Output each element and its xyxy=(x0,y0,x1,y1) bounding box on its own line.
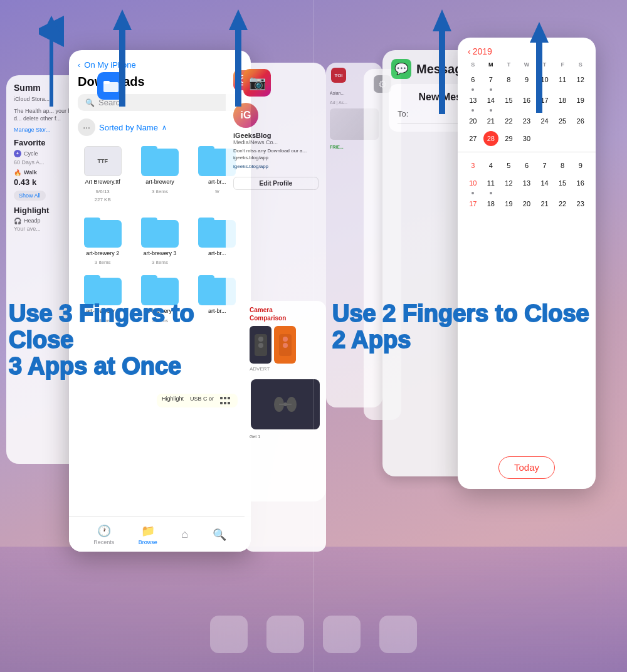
files-nav: ‹ On My iPhone xyxy=(69,50,251,75)
cal-day-18[interactable]: 18 xyxy=(554,92,572,112)
messages-app-icon: 💬 xyxy=(391,59,411,79)
svg-point-7 xyxy=(283,402,287,406)
cal-day-15[interactable]: 15 xyxy=(500,92,518,112)
cal-day-n4[interactable]: 4 xyxy=(482,157,500,174)
grid-icon xyxy=(220,396,233,406)
files-grid-middle: art-brewery 2 3 items art-brewery 3 3 it… xyxy=(69,213,251,271)
file-meta-brew: 9/ xyxy=(215,189,219,194)
cal-day-n18[interactable]: 18 xyxy=(482,196,500,212)
ig-handle: Media/News Co... xyxy=(233,139,319,145)
svg-rect-16 xyxy=(439,26,445,114)
more-options-button[interactable]: ··· xyxy=(78,118,95,136)
cal-day-n3[interactable]: 3 xyxy=(464,157,482,174)
cal-day-13[interactable]: 13 xyxy=(464,92,482,112)
headphones-icon: 🎧 xyxy=(14,218,21,224)
cal-day-n10[interactable]: 10 xyxy=(464,175,482,194)
cal-day-19[interactable]: 19 xyxy=(571,92,589,112)
cal-empty-c xyxy=(571,130,589,147)
tab-browse-label: Browse xyxy=(139,539,157,545)
cal-day-7[interactable]: 7 xyxy=(482,71,500,91)
cal-day-6[interactable]: 6 xyxy=(464,71,482,91)
instruction-left: Use 3 Fingers to Close 3 Apps at Once xyxy=(9,301,260,379)
ig-link[interactable]: igeeks.blog/app xyxy=(233,164,319,169)
file-item-art-brewery-2[interactable]: art-brewery 2 3 items xyxy=(78,218,127,266)
cal-day-21[interactable]: 21 xyxy=(482,113,500,129)
cal-day-n12[interactable]: 12 xyxy=(500,175,518,194)
cal-day-n17[interactable]: 17 xyxy=(464,196,482,212)
file-size-ttf: 227 KB xyxy=(95,197,111,202)
cal-day-22[interactable]: 22 xyxy=(500,113,518,129)
cal-day-n19[interactable]: 19 xyxy=(500,196,518,212)
file-item-art-brewery-3[interactable]: art-brewery 3 3 items xyxy=(135,218,184,266)
files-bottom-tabs: 🕐 Recents 📁 Browse ⌂ 🔍 xyxy=(69,517,251,552)
weekday-s1: S xyxy=(464,61,482,68)
cal-separator xyxy=(458,152,596,152)
cal-day-n11[interactable]: 11 xyxy=(482,175,500,194)
svg-rect-18 xyxy=(536,38,542,113)
cal-day-n22[interactable]: 22 xyxy=(554,196,572,212)
sort-chevron-icon: ∧ xyxy=(162,123,167,132)
cal-day-n5[interactable]: 5 xyxy=(500,157,518,174)
cal-day-25[interactable]: 25 xyxy=(554,113,572,129)
show-all-button[interactable]: Show All xyxy=(14,191,46,201)
highlight-usbc-bar: Highlight USB C or xyxy=(157,394,238,407)
files-title: Downloads xyxy=(69,75,251,94)
cal-day-20[interactable]: 20 xyxy=(464,113,482,129)
cal-day-14[interactable]: 14 xyxy=(482,92,500,112)
edit-profile-button[interactable]: Edit Profile xyxy=(233,177,319,190)
instruction-left-line1: Use 3 Fingers to Close xyxy=(9,300,194,353)
cal-day-n7[interactable]: 7 xyxy=(535,157,554,174)
cal-day-28[interactable]: 28 xyxy=(482,130,500,147)
left-panel: Summ iCloud Stora... The Health ap... yo… xyxy=(0,0,314,672)
cycle-label: Cycle xyxy=(24,150,38,157)
cal-day-30[interactable]: 30 xyxy=(518,130,536,147)
cal-day-8[interactable]: 8 xyxy=(500,71,518,91)
cal-day-11[interactable]: 11 xyxy=(554,71,572,91)
search-icon: 🔍 xyxy=(85,98,95,107)
files-back-arrow[interactable]: ‹ xyxy=(78,60,80,70)
usbc-text: USB C or xyxy=(190,396,214,406)
tab-home[interactable]: ⌂ xyxy=(181,528,188,541)
headp-label: Headp xyxy=(24,218,41,224)
file-name-brew: art-br... xyxy=(208,179,226,186)
cal-day-n21[interactable]: 21 xyxy=(535,196,554,212)
file-name-2: art-brewery 2 xyxy=(86,250,119,258)
cal-day-n13[interactable]: 13 xyxy=(518,175,536,194)
file-item-art-brewery[interactable]: art-brewery 3 items xyxy=(135,146,184,202)
svg-rect-12 xyxy=(119,25,125,107)
cal-day-n8[interactable]: 8 xyxy=(554,157,572,174)
cal-day-n15[interactable]: 15 xyxy=(554,175,572,194)
cal-day-12[interactable]: 12 xyxy=(571,71,589,91)
cal-day-27[interactable]: 27 xyxy=(464,130,482,147)
toi-icon: TOI xyxy=(331,68,346,83)
cal-day-n16[interactable]: 16 xyxy=(571,175,589,194)
arrow-right-2 xyxy=(527,19,552,119)
file-name-4: art-br... xyxy=(208,250,226,258)
cal-week-5: 27 28 29 30 xyxy=(464,130,589,147)
calendar-back-button[interactable]: ‹ 2019 xyxy=(468,46,492,56)
svg-rect-14 xyxy=(235,25,241,107)
calendar-year: 2019 xyxy=(473,46,492,56)
cal-week-6: 3 4 5 6 7 8 9 xyxy=(464,157,589,174)
cycle-icon: ✦ xyxy=(14,150,21,157)
sort-label[interactable]: Sorted by Name xyxy=(99,123,158,132)
tab-recents[interactable]: 🕐 Recents xyxy=(93,524,114,545)
folder-icon-art-brewery xyxy=(141,146,179,176)
tab-search-files[interactable]: 🔍 xyxy=(213,528,226,542)
folder-icon-3 xyxy=(141,218,179,248)
cal-day-n23[interactable]: 23 xyxy=(571,196,589,212)
walk-label: Walk xyxy=(24,169,37,176)
cal-day-n9[interactable]: 9 xyxy=(571,157,589,174)
file-item-ttf[interactable]: TTF Art Brewery.ttf 9/6/13 227 KB xyxy=(78,146,127,202)
tab-browse[interactable]: 📁 Browse xyxy=(139,524,157,545)
today-label: Today xyxy=(514,462,539,473)
cal-day-n14[interactable]: 14 xyxy=(535,175,554,194)
today-button[interactable]: Today xyxy=(498,456,555,479)
weekday-m: M xyxy=(482,61,500,68)
arrow-left-1 xyxy=(39,13,64,113)
cal-day-26[interactable]: 26 xyxy=(571,113,589,129)
cal-day-29[interactable]: 29 xyxy=(500,130,518,147)
right-panel: TOI Asian... Ad | As... FRIE... ⚙ 💬 Mess… xyxy=(314,0,627,672)
cal-day-n20[interactable]: 20 xyxy=(518,196,536,212)
cal-day-n6[interactable]: 6 xyxy=(518,157,536,174)
